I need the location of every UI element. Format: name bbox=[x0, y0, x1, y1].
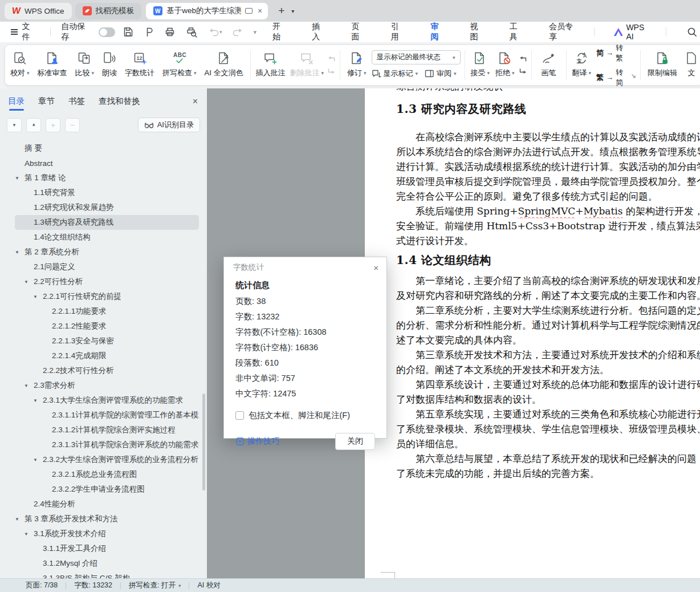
tab-wps-office[interactable]: W WPS Office bbox=[5, 3, 72, 19]
sidebar-close-icon[interactable]: × bbox=[193, 97, 198, 111]
toc-expand-arrow[interactable]: ▼ bbox=[24, 532, 34, 537]
toc-expand-arrow[interactable]: ▼ bbox=[33, 398, 43, 403]
toc-item[interactable]: ▼ 2.3.1.1计算机学院的综测管理工作的基本模式 bbox=[15, 408, 199, 423]
sidebar-scrollbar[interactable] bbox=[202, 394, 205, 490]
add-tab-icon[interactable]: + bbox=[276, 5, 287, 17]
window-mode-icon[interactable] bbox=[245, 8, 253, 14]
to-traditional-button[interactable]: 简→ 转繁 bbox=[596, 43, 629, 63]
export-pdf-button[interactable] bbox=[143, 25, 155, 39]
redo-button[interactable] bbox=[231, 26, 245, 38]
toc-item[interactable]: ▼ 2.3.2.2学生申请业务流程图 bbox=[15, 482, 199, 497]
close-icon[interactable]: × bbox=[257, 7, 263, 15]
accept-button[interactable]: 接受▾ bbox=[467, 48, 493, 82]
page-indicator[interactable]: 页面: 7/38 bbox=[26, 581, 58, 590]
expand-all-button[interactable]: ▾ bbox=[26, 118, 41, 132]
toc-item[interactable]: ▼ 2.3.1.2计算机学院综合测评实施过程 bbox=[15, 423, 199, 437]
toc-expand-arrow[interactable]: ▼ bbox=[24, 279, 34, 285]
collapse-all-button[interactable]: ▾ bbox=[7, 118, 22, 132]
include-foot-notes-checkbox[interactable] bbox=[235, 411, 244, 420]
word-count-button[interactable]: 12 字数统计 bbox=[121, 48, 158, 82]
toc-item[interactable]: ▼ 1.4论文组织结构 bbox=[15, 230, 199, 245]
markup-state-select[interactable]: 显示标记的最终状态 ▾ bbox=[372, 50, 461, 64]
to-simplified-button[interactable]: 繁→ 转简 bbox=[596, 67, 629, 88]
toc-item[interactable]: ▼ 2.2.1.3安全与保密 bbox=[15, 334, 199, 348]
toc-item[interactable]: ▼ 2.1问题定义 bbox=[15, 259, 199, 274]
sidebar-tab-contents[interactable]: 目录 bbox=[8, 96, 25, 112]
translate-button[interactable]: 文A 翻译▾ bbox=[569, 48, 594, 82]
print-preview-button[interactable] bbox=[185, 25, 199, 39]
toc-item[interactable]: ▼ Abstract bbox=[15, 156, 199, 171]
compare-button[interactable]: 比较▾ bbox=[71, 48, 99, 82]
toc-item[interactable]: ▼ 1.3研究内容及研究路线 bbox=[15, 215, 199, 230]
toc-item[interactable]: ▼ 2.3.2大学生综合测评管理系统的业务流程分析 bbox=[15, 452, 199, 467]
show-markup-button[interactable]: 显示标记 ▾ bbox=[372, 68, 418, 79]
review-pane-button[interactable]: 审阅 ▾ bbox=[425, 68, 457, 79]
toc-item[interactable]: ▼ 3.1.1开发工具介绍 bbox=[15, 541, 199, 556]
clipped-ribbon-button[interactable]: 文 bbox=[681, 48, 700, 82]
previous-change-button[interactable] bbox=[519, 56, 527, 63]
search-button[interactable] bbox=[686, 26, 698, 38]
spell-check-button[interactable]: ABC 拼写检查▾ bbox=[158, 48, 201, 82]
promote-heading-button[interactable]: + bbox=[46, 118, 60, 132]
toc-expand-arrow[interactable]: ▼ bbox=[33, 294, 43, 299]
operation-tips-link[interactable]: 操作技巧 bbox=[236, 436, 279, 447]
toc-item[interactable]: ▼ 3.1.2Mysql 介绍 bbox=[15, 556, 199, 571]
expand-group-icon[interactable] bbox=[631, 71, 637, 82]
toc-item[interactable]: ▼ 第 1 章绪 论 bbox=[15, 171, 199, 185]
undo-button[interactable]: ▾ bbox=[207, 26, 223, 38]
toc-item[interactable]: ▼ 1.2研究现状和发展趋势 bbox=[15, 200, 199, 215]
toc-item[interactable]: ▼ 3.1系统开发技术介绍 bbox=[15, 526, 199, 541]
brush-button[interactable]: 画笔 bbox=[535, 48, 563, 82]
toc-item[interactable]: ▼ 2.2.1可行性研究的前提 bbox=[15, 289, 199, 304]
dialog-close-icon[interactable]: × bbox=[373, 263, 379, 272]
toc-item[interactable]: ▼ 第 3 章系统开发技术和方法 bbox=[15, 512, 199, 526]
close-dialog-button[interactable]: 关闭 bbox=[335, 433, 375, 450]
toc-item[interactable]: ▼ 2.2.2技术可行性分析 bbox=[15, 363, 199, 378]
print-button[interactable] bbox=[163, 25, 177, 39]
tabs-dropdown-icon[interactable]: ▾ bbox=[291, 8, 294, 14]
next-comment-button[interactable] bbox=[328, 67, 335, 74]
toc-item[interactable]: ▼ 2.3.1.3计算机学院综合测评系统的功能需求描 ... bbox=[15, 437, 199, 452]
wps-ai-button[interactable]: WPS AI bbox=[614, 23, 653, 41]
track-changes-button[interactable]: 修订▾ bbox=[343, 48, 371, 82]
toc-item[interactable]: ▼ 3.1.3B/S 架构与 C/S 架构 bbox=[15, 571, 199, 578]
file-menu-button[interactable]: 文件 bbox=[10, 21, 38, 43]
toc-item[interactable]: ▼ 1.1研究背景 bbox=[15, 185, 199, 200]
toc-item[interactable]: ▼ 第 2 章系统分析 bbox=[15, 245, 199, 259]
proofread-button[interactable]: 校对▾ bbox=[6, 48, 34, 82]
toc-item[interactable]: ▼ 2.2.1.1功能要求 bbox=[15, 304, 199, 319]
next-change-button[interactable] bbox=[519, 67, 527, 74]
heading-level-marker[interactable]: H₂ bbox=[352, 104, 366, 112]
toc-item[interactable]: ▼ 2.2可行性分析 bbox=[15, 274, 199, 289]
spell-check-indicator[interactable]: 拼写检查: 打开▾ bbox=[129, 581, 181, 590]
sidebar-tab-bookmarks[interactable]: 书签 bbox=[68, 96, 85, 112]
ai-recognize-toc-button[interactable]: AI识别目录 bbox=[138, 117, 200, 132]
sidebar-tab-find-replace[interactable]: 查找和替换 bbox=[99, 96, 140, 112]
ai-proofread-indicator[interactable]: AI 校对 bbox=[197, 581, 220, 590]
toc-item[interactable]: ▼ 摘 要 bbox=[15, 141, 199, 156]
standard-check-button[interactable]: 标准审查 bbox=[34, 48, 71, 82]
toc-expand-arrow[interactable]: ▼ bbox=[15, 517, 25, 522]
previous-comment-button[interactable] bbox=[328, 56, 335, 63]
toc-item[interactable]: ▼ 2.3.2.1系统总业务流程图 bbox=[15, 467, 199, 482]
read-aloud-button[interactable]: 朗读 bbox=[98, 48, 121, 82]
toc-item[interactable]: ▼ 2.2.1.2性能要求 bbox=[15, 319, 199, 334]
tab-current-document[interactable]: W 基于web的大学生综测系统设 × bbox=[146, 3, 268, 19]
restrict-edit-button[interactable]: 限制编辑 bbox=[644, 48, 681, 82]
toc-item[interactable]: ▼ 2.3.1大学生综合测评管理系统的功能需求 bbox=[15, 393, 199, 408]
ai-polish-button[interactable]: AI 全文润色 bbox=[201, 48, 247, 82]
sidebar-tab-chapters[interactable]: 章节 bbox=[38, 96, 55, 112]
delete-comment-button[interactable]: 删除批注▾ bbox=[287, 48, 326, 82]
dialog-title-bar[interactable]: 字数统计 × bbox=[224, 257, 386, 278]
toc-item[interactable]: ▼ 2.2.1.4完成期限 bbox=[15, 348, 199, 363]
quick-toolbar-more-icon[interactable]: ▾ bbox=[253, 29, 257, 36]
toc-expand-arrow[interactable]: ▼ bbox=[33, 457, 43, 463]
demote-heading-button[interactable]: − bbox=[65, 118, 80, 132]
toc-expand-arrow[interactable]: ▼ bbox=[15, 250, 25, 255]
toc-item[interactable]: ▼ 2.3需求分析 bbox=[15, 378, 199, 393]
document-page[interactable]: 综合测评系统的研发现状 1.3 研究内容及研究路线 在高校综合测评系统中主要以学… bbox=[365, 88, 700, 578]
toc-item[interactable]: ▼ 2.4性能分析 bbox=[15, 497, 199, 512]
word-count-indicator[interactable]: 字数: 13232 bbox=[74, 581, 112, 590]
autosave-toggle[interactable] bbox=[99, 27, 115, 37]
save-button[interactable] bbox=[121, 25, 135, 39]
